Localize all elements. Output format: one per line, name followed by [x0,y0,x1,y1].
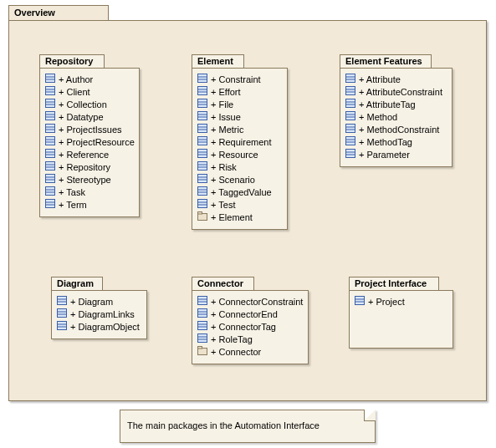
svg-rect-107 [198,334,207,343]
package-item: + MethodTag [344,136,448,149]
package-tab: Project Interface [349,277,439,290]
class-icon [355,296,365,308]
package-item: + DiagramLinks [55,308,143,321]
package-item: + Project [353,296,449,308]
package-item-label: + Author [59,74,93,86]
package-body: + Author+ Client+ Collection+ Datatype+ … [39,68,140,217]
svg-rect-30 [46,200,55,208]
package-item: + Author [43,74,136,86]
package-item-label: + Diagram [70,296,113,308]
package-icon [197,211,207,224]
class-icon [197,333,207,346]
svg-rect-18 [46,150,55,158]
package-item: + DiagramObject [55,321,143,333]
svg-rect-27 [46,187,55,196]
package-item: + Metric [196,124,284,136]
class-icon [345,74,355,86]
package-item: + AttributeTag [344,99,448,111]
package-item-label: + AttributeConstraint [359,86,442,99]
class-icon [45,186,55,199]
class-icon [197,161,207,174]
class-icon [197,136,207,149]
package-tab: Diagram [51,277,103,290]
package-item-label: + Method [359,111,397,124]
svg-rect-110 [198,349,207,355]
package-item: + Client [43,86,136,99]
svg-rect-6 [46,99,55,108]
svg-rect-98 [198,297,207,305]
package-item: + Repository [43,161,136,174]
package-item-label: + Resource [211,149,258,161]
package-title: Diagram [57,278,94,288]
class-icon [345,111,355,124]
package-item: + Method [344,111,448,124]
class-icon [45,86,55,99]
svg-rect-77 [346,112,355,120]
svg-rect-80 [346,125,355,133]
class-icon [45,174,55,186]
class-icon [345,149,355,161]
package-item-label: + TaggedValue [211,186,272,199]
package-body: + ConnectorConstraint+ ConnectorEnd+ Con… [192,290,309,364]
package-item: + Effort [196,86,284,99]
class-icon [197,296,207,308]
note-fold-icon [364,410,376,421]
package-item-label: + AttributeTag [359,99,416,111]
svg-rect-39 [198,99,207,108]
svg-rect-51 [198,150,207,158]
package-title: Project Interface [355,278,427,288]
package-item: + Term [43,199,136,211]
overview-package: Overview Repository + Author+ Client+ Co… [8,5,487,401]
svg-rect-74 [346,99,355,108]
svg-rect-89 [58,297,67,305]
svg-rect-71 [346,87,355,95]
class-icon [57,321,67,333]
class-icon [45,149,55,161]
package-item-label: + Issue [211,111,241,124]
svg-rect-42 [198,112,207,120]
package-item: + MethodConstraint [344,124,448,136]
package-item-label: + ConnectorEnd [211,308,278,321]
package-item-label: + Scenario [211,174,255,186]
class-icon [45,74,55,86]
class-icon [45,136,55,149]
svg-rect-104 [198,322,207,330]
package-item-label: + MethodTag [359,136,412,149]
package-item-label: + Effort [211,86,241,99]
svg-rect-111 [198,347,202,349]
class-icon [45,161,55,174]
svg-rect-60 [198,187,207,196]
package-item: + Parameter [344,149,448,161]
svg-rect-57 [198,175,207,183]
package-item-label: + MethodConstraint [359,124,439,136]
package-item: + ProjectResource [43,136,136,149]
class-icon [45,111,55,124]
package-item: + ProjectIssues [43,124,136,136]
package-item: + Collection [43,99,136,111]
note-text: The main packages in the Automation Inte… [127,420,320,430]
package-item-label: + File [211,99,233,111]
svg-rect-54 [198,162,207,171]
package-item: + AttributeConstraint [344,86,448,99]
package-item: + Reference [43,149,136,161]
class-icon [57,296,67,308]
package-item-label: + Metric [211,124,243,136]
package-item: + Datatype [43,111,136,124]
package-item: + Connector [196,346,304,359]
class-icon [197,74,207,86]
package-title: Element [197,56,233,66]
class-icon [345,99,355,111]
svg-rect-12 [46,125,55,133]
package-item: + Scenario [196,174,284,186]
package-item-label: + Requirement [211,136,271,149]
package-item-label: + Reference [59,149,109,161]
package-item-label: + Datatype [59,111,104,124]
svg-rect-48 [198,137,207,145]
package-tab: Element [192,54,244,68]
package-item-label: + DiagramLinks [70,308,135,321]
package-item: + Diagram [55,296,143,308]
package-item-label: + Task [59,186,85,199]
package-item-label: + DiagramObject [70,321,140,333]
package-item-label: + Project [368,296,405,308]
class-icon [197,321,207,333]
